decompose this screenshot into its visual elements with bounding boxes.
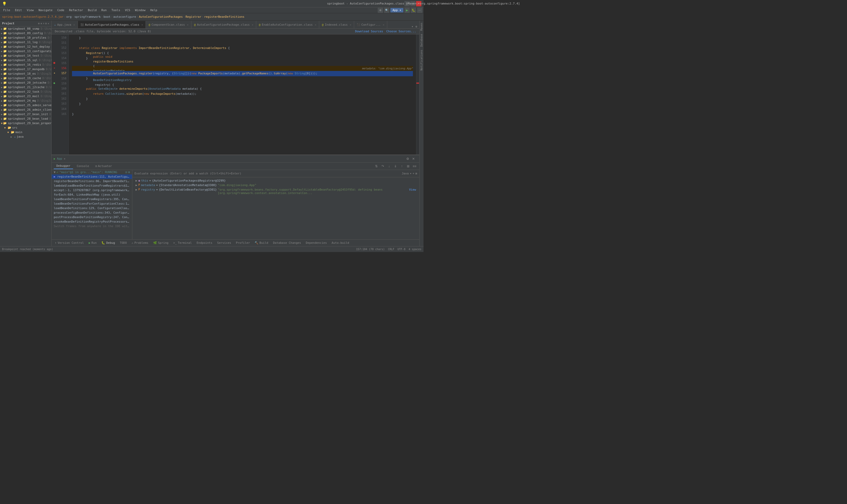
debug-tab-console[interactable]: Console — [74, 163, 92, 169]
menu-view[interactable]: View — [24, 8, 36, 13]
code-editor[interactable]: ● ◂ ◂ ● 150 151 152 153 154 155 — [52, 34, 419, 155]
run-btn[interactable]: ▶ — [404, 8, 410, 13]
tree-item-bean-load[interactable]: ▶📁 springboot_28_bean_loadD:\DingJiaxion… — [0, 116, 51, 121]
frames-btn[interactable]: ⊞ — [406, 164, 411, 169]
breadcrumb-autoconfigure[interactable]: autoconfigure — [113, 15, 136, 19]
bottom-tab-run[interactable]: ▶ Run — [87, 240, 99, 245]
debug-tab-debugger[interactable]: Debugger — [54, 163, 73, 169]
toolbar-btn-search[interactable]: 🔍 — [384, 8, 389, 13]
toolbar-btn-1[interactable]: ⚙ — [378, 8, 383, 13]
frame-process-343[interactable]: processConfigBeanDefinitions:343, Config… — [52, 211, 132, 215]
bottom-tab-profiler[interactable]: Profiler — [234, 240, 252, 245]
breadcrumb-org[interactable]: org — [66, 15, 71, 19]
charset[interactable]: UTF-8 — [398, 248, 406, 251]
tree-item-test[interactable]: ▶📁 springboot_14_testD:\DingJiaxiong\Ide… — [0, 53, 51, 58]
menu-file[interactable]: File — [1, 8, 13, 13]
tree-item-configuration[interactable]: ▶📁 springboot_13_configurationD:\DingJia… — [0, 49, 51, 53]
bottom-tab-autobuild[interactable]: Auto-build — [329, 240, 351, 245]
tree-item-admin-server[interactable]: ▶📁 springboot_25_admin_serverD:\DingJiax… — [0, 103, 51, 107]
frame-registerBean[interactable]: ▶ registerBeanDefinitions:111, AutoConfi… — [52, 175, 132, 179]
thread-filter-icon[interactable]: ▼ — [54, 170, 56, 174]
close-tab-enable[interactable]: ✕ — [315, 23, 316, 26]
debug-tab-actuator[interactable]: ⊡ Actuator — [93, 163, 114, 169]
tab-componentscan[interactable]: @ ComponentScan.class ✕ — [146, 21, 191, 28]
debug-btn[interactable]: 🐛 — [411, 8, 416, 13]
bottom-tab-problems[interactable]: ⚠ Problems — [129, 240, 150, 245]
thread-row[interactable]: ▼ ✓ "main"@1 in gro..."main": RUNNING ⊡ … — [52, 170, 132, 175]
close-tab-indexed[interactable]: ✕ — [350, 23, 351, 26]
maven-label[interactable]: Maven — [419, 22, 424, 32]
tree-item-bean-init[interactable]: ▶📁 springboot_27_bean_initD:\DingJiaxion… — [0, 112, 51, 116]
tab-autoconfig-packages[interactable]: ⬛ AutoConfigurationPackages.class ✕ — [78, 21, 146, 28]
tree-item-mail[interactable]: ▶📁 springboot_23_mailD:\DingJiaxiong\Ide… — [0, 94, 51, 98]
tab-autoconfig-package[interactable]: @ AutoConfigurationPackage.class ✕ — [191, 21, 256, 28]
tab-indexed[interactable]: @ Indexed.class ✕ — [319, 21, 354, 28]
frame-registerBean-86[interactable]: registerBeanDefinitions:86, ImportBeanDe… — [52, 179, 132, 183]
runnable-160[interactable]: ● — [52, 81, 56, 85]
breadcrumb-class[interactable]: AutoConfigurationPackages — [139, 15, 183, 19]
step-out[interactable]: ↑ — [399, 164, 404, 169]
sidebar-icon-4[interactable]: ⚙ — [45, 22, 47, 25]
bottom-tab-services[interactable]: Services — [215, 240, 233, 245]
tree-item-java[interactable]: ▶☕ java — [0, 134, 51, 139]
bottom-tab-build[interactable]: 🔨 Build — [253, 240, 270, 245]
menu-help[interactable]: Help — [148, 8, 160, 13]
tree-item-src[interactable]: ▼📂 src — [0, 125, 51, 130]
breadcrumb-method[interactable]: registerBeanDefinitions — [204, 15, 244, 19]
close-tab-autoconfig[interactable]: ✕ — [141, 23, 143, 26]
notifications-label[interactable]: Notifications — [419, 49, 424, 71]
code-content[interactable]: } static class Registrar implements Impo… — [69, 34, 416, 155]
menu-run[interactable]: Run — [99, 8, 109, 13]
sidebar-icon-3[interactable]: ⬆ — [43, 22, 44, 25]
eval-expand[interactable]: ⊞ — [415, 172, 417, 175]
breadcrumb-registrar[interactable]: Registrar — [185, 15, 201, 19]
tab-appjava[interactable]: ☕ App.java ✕ — [52, 21, 78, 28]
tree-item-redis[interactable]: ▶📁 springboot_16_redisD:\DingJiaxiong\Id… — [0, 62, 51, 67]
var-registry[interactable]: ▶ P registry = {DefaultListableBeanFacto… — [134, 187, 417, 195]
tree-item-admin-client[interactable]: ▶📁 springboot_26_admin_clientD:\DingJiax… — [0, 107, 51, 112]
bottom-tab-terminal[interactable]: >_ Terminal — [171, 240, 194, 245]
thread-filter-btn2[interactable]: ⊞ — [128, 170, 130, 174]
restore-btn[interactable]: ⇅ — [374, 164, 379, 169]
bottom-tab-dbchanges[interactable]: Database Changes — [271, 240, 303, 245]
menu-navigate[interactable]: Navigate — [37, 8, 55, 13]
breadcrumb-springframework[interactable]: springframework — [74, 15, 101, 19]
menu-vcs[interactable]: VCS — [123, 8, 132, 13]
menu-tools[interactable]: Tools — [109, 8, 122, 13]
tree-item-j2cache[interactable]: ▶📁 springboot_21_j2cacheD:\DingJiaxiong\… — [0, 85, 51, 89]
frame-switch-hint[interactable]: Switch frames from anywhere in the IDE w… — [52, 224, 132, 229]
menu-build[interactable]: Build — [86, 8, 99, 13]
indent[interactable]: 4 spaces — [409, 248, 421, 251]
frame-loadbeans-129[interactable]: loadBeanDefinitions:129, ConfigurationCl… — [52, 206, 132, 211]
bottom-tab-dependencies[interactable]: Dependencies — [304, 240, 329, 245]
frame-post-247[interactable]: postProcessBeanDefinitionRegistry:247, C… — [52, 215, 132, 219]
frame-loadbeans-registrars[interactable]: loadBeanDefinitionsFromRegistrars:395, C… — [52, 197, 132, 201]
tabs-more-button[interactable]: ▾ — [411, 25, 415, 28]
tree-item-bean-props[interactable]: ▼📂 springboot_29_bean_propertiesD:\DingJ… — [0, 121, 51, 125]
menu-edit[interactable]: Edit — [13, 8, 24, 13]
menu-refactor[interactable]: Refactor — [67, 8, 85, 13]
tree-item-main[interactable]: ▼📂 main — [0, 130, 51, 134]
bottom-tab-vcs[interactable]: ↑ Version Control — [53, 240, 86, 245]
bottom-tab-todo[interactable]: TODO — [118, 240, 129, 245]
eval-add-watch[interactable]: + — [413, 172, 415, 175]
frame-accept[interactable]: accept:-1, 1379207867 (org.springframewo… — [52, 188, 132, 193]
thread-filter-btn[interactable]: ⊡ — [125, 170, 127, 174]
sidebar-icon-2[interactable]: ≡ — [40, 22, 42, 25]
tabs-settings-icon[interactable]: ⚙ — [414, 25, 418, 28]
choose-sources-link[interactable]: Choose Sources... — [386, 30, 416, 33]
frame-loadbeans-config[interactable]: loadBeanDefinitionsForConfigurationClass… — [52, 201, 132, 206]
tree-item-jetcache[interactable]: ▶📁 springboot_20_jetcacheD:\DingJiaxiong… — [0, 80, 51, 85]
frame-lambda[interactable]: lambda$loadBeanDefinitionsFromRegistrars… — [52, 183, 132, 188]
var-this[interactable]: ▶ ● this = {AutoConfigurationPackages$Re… — [134, 178, 417, 183]
var-registry-arrow[interactable]: ▶ — [136, 188, 137, 192]
tab-configur[interactable]: ⬛ Configur... ✕ — [354, 21, 387, 28]
tree-item-es[interactable]: ▶📁 springboot_18_esD:\DingJiaxiong\IdeaP… — [0, 71, 51, 76]
sidebar-icon-1[interactable]: ⊕ — [38, 22, 40, 25]
tree-item-profiles[interactable]: ▶📁 springboot_10_profilesD:\DingJiaxiong… — [0, 35, 51, 40]
tree-item-log[interactable]: ▶📁 springboot_11_logD:\DingJiaxiong\Idea… — [0, 40, 51, 44]
debug-close[interactable]: ✕ — [411, 156, 416, 161]
bottom-tab-spring[interactable]: 🌿 Spring — [151, 240, 171, 245]
tree-item-mongodb[interactable]: ▶📁 springboot_17_mongodbD:\DingJiaxiong\… — [0, 67, 51, 71]
breadcrumb-jar[interactable]: spring-boot-autoconfigure-2.7.4.jar — [2, 15, 64, 19]
